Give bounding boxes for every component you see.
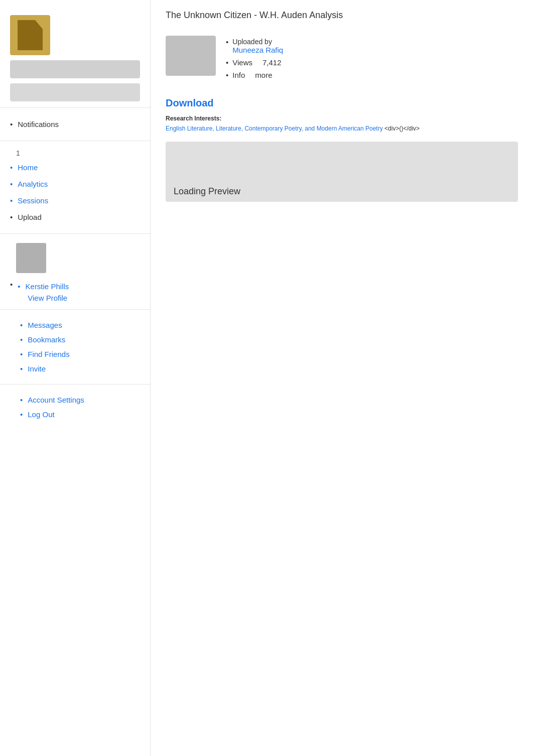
sidebar-item-logout[interactable]: Log Out: [20, 407, 150, 422]
sidebar-item-invite[interactable]: Invite: [20, 361, 150, 376]
divider-5: [0, 384, 150, 385]
meta-views-row: Views 7,412: [226, 56, 518, 69]
nav-number: 1: [0, 147, 150, 157]
main-content: The Unknown Citizen - W.H. Auden Analysi…: [151, 0, 533, 756]
doc-info-area: Uploaded by Muneeza Rafiq Views 7,412 In…: [166, 36, 518, 81]
nav-section: Home Analytics Sessions Upload: [0, 157, 150, 227]
settings-section: Account Settings Log Out: [0, 391, 150, 424]
loading-preview-box: Loading Preview: [166, 142, 518, 202]
sidebar-logo[interactable]: [10, 15, 50, 55]
sidebar-item-messages[interactable]: Messages: [20, 318, 150, 332]
profile-name-link[interactable]: Kerstie Phills: [18, 279, 69, 294]
sidebar-item-account-settings[interactable]: Account Settings: [20, 393, 150, 407]
divider-3: [0, 233, 150, 234]
sidebar-item-notifications[interactable]: Notifications: [0, 116, 150, 133]
divider-4: [0, 309, 150, 310]
meta-info-row: Info more: [226, 69, 518, 81]
sidebar: Notifications 1 Home Analytics Sessions …: [0, 0, 151, 756]
logo-icon: [18, 20, 43, 50]
download-button[interactable]: Download: [166, 97, 214, 109]
divider-1: [0, 107, 150, 108]
avatar: [16, 243, 46, 273]
profile-row: Kerstie Phills View Profile: [0, 278, 150, 303]
search-bar-2[interactable]: [10, 83, 140, 101]
profile-area: [0, 240, 150, 278]
loading-preview-text: Loading Preview: [174, 186, 240, 197]
view-profile-link[interactable]: View Profile: [28, 294, 69, 302]
uploader-link[interactable]: Muneeza Rafiq: [232, 46, 283, 54]
sidebar-item-upload[interactable]: Upload: [0, 209, 150, 225]
doc-meta: Uploaded by Muneeza Rafiq Views 7,412 In…: [226, 36, 518, 81]
sidebar-item-find-friends[interactable]: Find Friends: [20, 347, 150, 361]
profile-info: Kerstie Phills View Profile: [18, 279, 69, 302]
sidebar-item-home[interactable]: Home: [0, 159, 150, 176]
research-interests-tags: English Literature, Literature, Contempo…: [166, 124, 518, 134]
research-interests-label: Research Interests:: [166, 115, 518, 122]
doc-title: The Unknown Citizen - W.H. Auden Analysi…: [166, 10, 518, 26]
notifications-section: Notifications: [0, 114, 150, 135]
meta-uploader-row: Uploaded by Muneeza Rafiq: [226, 36, 518, 56]
divider-2: [0, 141, 150, 141]
sidebar-item-sessions[interactable]: Sessions: [0, 192, 150, 209]
sidebar-item-analytics[interactable]: Analytics: [0, 176, 150, 192]
uploader-info: Uploaded by Muneeza Rafiq: [232, 38, 283, 54]
search-bar-1[interactable]: [10, 60, 140, 78]
doc-thumbnail: [166, 36, 216, 76]
sidebar-item-bookmarks[interactable]: Bookmarks: [20, 332, 150, 347]
sub-menu-section: Messages Bookmarks Find Friends Invite: [0, 316, 150, 378]
